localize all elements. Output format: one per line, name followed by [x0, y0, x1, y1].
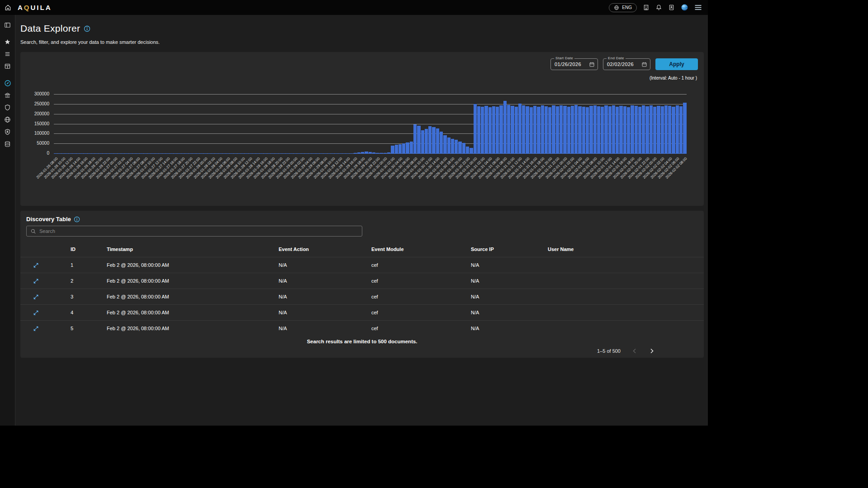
chart-bar	[631, 105, 634, 154]
cell-source-ip: N/A	[469, 278, 545, 284]
database-icon[interactable]	[0, 138, 15, 150]
cell-source-ip: N/A	[469, 326, 545, 331]
cell-timestamp: Feb 2 @ 2026, 08:00:00 AM	[104, 310, 276, 315]
cell-id: 1	[62, 262, 104, 268]
previous-page-icon[interactable]	[631, 347, 638, 355]
organization-icon[interactable]	[643, 4, 650, 11]
search-box[interactable]	[26, 226, 362, 237]
col-timestamp: Timestamp	[104, 246, 276, 252]
chart-bar	[417, 126, 420, 154]
cell-id: 4	[62, 310, 104, 315]
expand-row-icon[interactable]	[33, 278, 39, 284]
list-icon[interactable]	[0, 48, 15, 60]
col-event-module: Event Module	[369, 246, 469, 252]
chart-bar	[645, 106, 649, 154]
cell-timestamp: Feb 2 @ 2026, 08:00:00 AM	[104, 326, 276, 331]
interval-note: (Interval: Auto - 1 hour )	[650, 76, 697, 81]
chart-bar	[484, 106, 488, 154]
menu-icon[interactable]	[694, 4, 702, 11]
chart-bar	[499, 105, 503, 154]
chart-bar	[623, 106, 626, 154]
chart-bar	[496, 107, 499, 154]
info-icon[interactable]	[84, 25, 90, 32]
y-axis-label: 150000	[34, 122, 49, 126]
globe-icon	[614, 5, 619, 10]
page-subtitle: Search, filter, and explore your data to…	[20, 39, 160, 45]
cell-id: 5	[62, 326, 104, 331]
expand-row-icon[interactable]	[33, 262, 39, 268]
chart-bar	[589, 106, 593, 154]
chart-bar	[447, 137, 451, 154]
chart-bar	[676, 105, 679, 154]
contacts-icon[interactable]	[668, 4, 675, 11]
shield-icon[interactable]	[0, 101, 15, 114]
chart-bar	[556, 106, 559, 154]
chart-bar	[548, 107, 551, 154]
notifications-icon[interactable]	[655, 4, 662, 11]
calendar-icon[interactable]	[589, 62, 595, 67]
chart-bar	[616, 107, 619, 154]
chart-bar	[657, 106, 660, 154]
language-label: ENG	[622, 5, 632, 10]
chart-bar	[492, 106, 495, 154]
start-date-input[interactable]	[555, 62, 589, 67]
bar-chart: 050000100000150000200000250000300000 202…	[54, 95, 687, 154]
chart-bar	[470, 148, 473, 154]
table-row: 1 Feb 2 @ 2026, 08:00:00 AM N/A cef N/A	[20, 257, 704, 273]
chart-bar	[571, 106, 574, 154]
chart-bar	[425, 129, 428, 154]
start-date-label: Start Date	[554, 56, 574, 60]
calendar-icon[interactable]	[641, 62, 647, 67]
y-axis-label: 50000	[37, 141, 49, 146]
chart-bar	[421, 130, 424, 154]
chart-bar	[530, 107, 533, 154]
sidebar	[0, 15, 15, 426]
chart-bar	[679, 106, 683, 154]
chart-bar	[402, 143, 405, 154]
chart-bar	[522, 105, 525, 154]
app-window: AQUILA ENG	[0, 0, 708, 426]
home-icon[interactable]	[5, 4, 11, 11]
info-icon[interactable]	[74, 216, 80, 223]
chart-bar	[563, 106, 566, 154]
expand-row-icon[interactable]	[33, 310, 39, 316]
bank-icon[interactable]	[0, 89, 15, 101]
cell-timestamp: Feb 2 @ 2026, 08:00:00 AM	[104, 294, 276, 299]
y-axis-label: 200000	[34, 112, 49, 116]
topbar-actions: ENG	[609, 3, 702, 12]
end-date-field[interactable]: End Date	[603, 58, 650, 70]
next-page-icon[interactable]	[649, 347, 655, 355]
main-content: Data Explorer Search, filter, and explor…	[15, 15, 708, 426]
chart-bar	[395, 145, 398, 154]
end-date-input[interactable]	[607, 62, 641, 67]
chart-bar	[455, 140, 458, 154]
language-selector[interactable]: ENG	[609, 3, 637, 12]
star-icon[interactable]	[0, 36, 15, 48]
sphere-logo-icon[interactable]	[681, 4, 688, 11]
security-icon[interactable]	[0, 126, 15, 138]
compass-icon[interactable]	[0, 77, 15, 89]
start-date-field[interactable]: Start Date	[550, 58, 598, 70]
cell-event-module: cef	[369, 278, 469, 284]
table-header: ID Timestamp Event Action Event Module S…	[20, 242, 704, 257]
y-axis-label: 0	[47, 151, 49, 156]
chart-bar	[451, 139, 454, 154]
expand-row-icon[interactable]	[33, 294, 39, 300]
globe-nav-icon[interactable]	[0, 114, 15, 126]
cell-source-ip: N/A	[469, 262, 545, 268]
table-row: 3 Feb 2 @ 2026, 08:00:00 AM N/A cef N/A	[20, 289, 704, 304]
chart-bar	[428, 126, 432, 154]
chart-bar	[672, 107, 675, 154]
chart-bar	[604, 105, 607, 154]
collapse-panel-icon[interactable]	[0, 19, 15, 31]
chart-bars	[54, 95, 687, 154]
chart-bar	[533, 106, 536, 154]
cell-source-ip: N/A	[469, 294, 545, 299]
search-input[interactable]	[39, 228, 358, 234]
apply-button[interactable]: Apply	[655, 58, 698, 70]
y-axis-label: 100000	[34, 131, 49, 136]
expand-row-icon[interactable]	[33, 326, 39, 332]
chart-bar	[526, 106, 529, 154]
chart-bar	[638, 107, 641, 154]
table-icon[interactable]	[0, 60, 15, 72]
